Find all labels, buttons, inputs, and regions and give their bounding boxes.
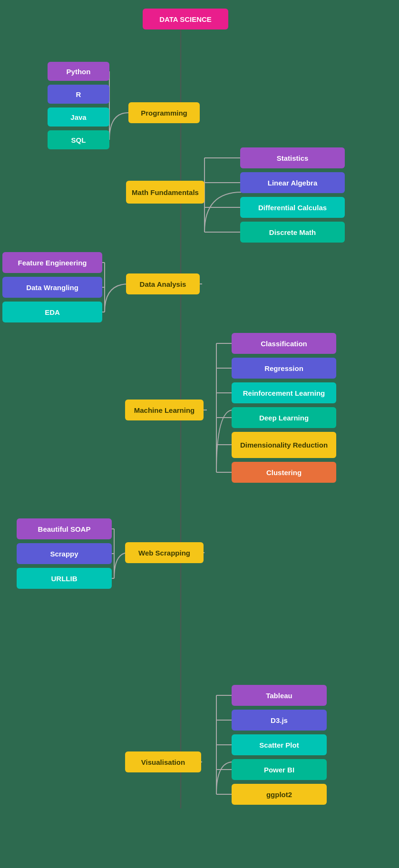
deeplearning-node: Deep Learning (232, 407, 336, 428)
sql-node: SQL (48, 130, 109, 149)
ml-node: Machine Learning (125, 400, 204, 420)
root-node: DATA SCIENCE (143, 9, 228, 29)
discrete-node: Discrete Math (240, 222, 345, 243)
statistics-node: Statistics (240, 147, 345, 168)
regression-node: Regression (232, 358, 336, 379)
featureeng-node: Feature Engineering (2, 252, 102, 273)
math-node: Math Fundamentals (126, 181, 204, 204)
clustering-node: Clustering (232, 462, 336, 483)
dataanalysis-node: Data Analysis (126, 273, 200, 294)
powerbi-node: Power BI (232, 759, 327, 780)
webscraping-node: Web Scrapping (125, 542, 204, 563)
d3js-node: D3.js (232, 710, 327, 731)
scatterplot-node: Scatter Plot (232, 734, 327, 755)
beautifulsoap-node: Beautiful SOAP (17, 518, 112, 539)
java-node: Java (48, 107, 109, 127)
classification-node: Classification (232, 333, 336, 354)
urllib-node: URLLIB (17, 568, 112, 589)
eda-node: EDA (2, 302, 102, 322)
dimreduction-node: Dimensionality Reduction (232, 432, 336, 458)
visualisation-node: Visualisation (125, 751, 201, 772)
tableau-node: Tableau (232, 685, 327, 706)
r-node: R (48, 85, 109, 104)
calculus-node: Differential Calculas (240, 197, 345, 218)
ggplot2-node: ggplot2 (232, 784, 327, 805)
python-node: Python (48, 62, 109, 81)
programming-node: Programming (128, 102, 200, 123)
linear-node: Linear Algebra (240, 172, 345, 193)
scrappy-node: Scrappy (17, 543, 112, 564)
datawrangling-node: Data Wrangling (2, 277, 102, 298)
rl-node: Reinforcement Learning (232, 382, 336, 403)
